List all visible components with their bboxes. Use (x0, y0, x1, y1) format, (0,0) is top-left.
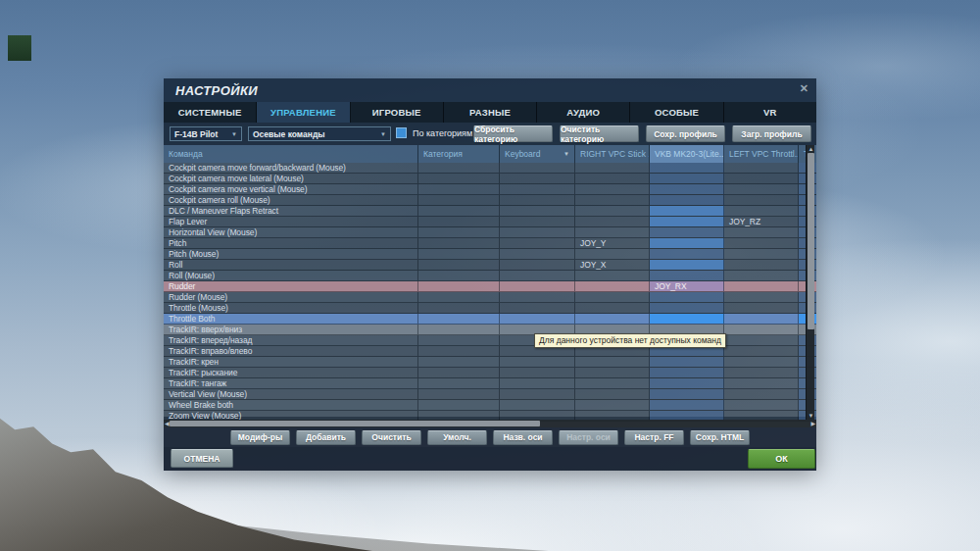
cell-right_vpc[interactable] (575, 163, 650, 173)
cell-category[interactable] (418, 163, 500, 173)
cell-category[interactable] (418, 260, 500, 270)
cell-left_vpc[interactable] (724, 206, 799, 216)
cell-category[interactable] (418, 314, 500, 324)
cell-vkb[interactable] (650, 378, 724, 388)
cell-keyboard[interactable] (500, 184, 575, 194)
table-row[interactable]: Flap LeverJOY_RZ (164, 217, 816, 227)
scroll-up-icon[interactable]: ▲ (807, 145, 815, 153)
table-row[interactable]: Throttle (Mouse) (164, 303, 816, 314)
cell-category[interactable] (418, 357, 500, 367)
tab-1-управление[interactable]: УПРАВЛЕНИЕ (257, 102, 350, 123)
cell-right_vpc[interactable] (575, 314, 650, 324)
tab-4-аудио[interactable]: АУДИО (537, 102, 630, 123)
table-row[interactable]: Rudder (Mouse) (164, 292, 816, 303)
cell-right_vpc[interactable] (575, 174, 650, 183)
cell-category[interactable] (418, 389, 500, 399)
cell-left_vpc[interactable] (724, 195, 799, 205)
cell-left_vpc[interactable] (724, 346, 799, 356)
cell-command[interactable]: TrackIR: крен (164, 357, 418, 367)
toolbar-button-0[interactable]: Сбросить категорию (473, 125, 553, 142)
action-button-7[interactable]: Сохр. HTML (690, 430, 750, 445)
cell-command[interactable]: Throttle Both (164, 314, 418, 324)
vertical-scrollbar[interactable]: ▲ ▼ (806, 145, 814, 420)
cell-command[interactable]: Rudder (Mouse) (164, 292, 418, 302)
cell-keyboard[interactable] (500, 163, 575, 173)
cell-right_vpc[interactable] (575, 389, 650, 399)
toolbar-button-1[interactable]: Очистить категорию (560, 125, 639, 142)
cell-category[interactable] (418, 303, 500, 313)
cell-vkb[interactable] (650, 217, 724, 226)
action-button-3[interactable]: Умолч. (427, 430, 487, 445)
table-row[interactable]: Vertical View (Mouse) (164, 389, 816, 400)
ok-button[interactable]: ОК (748, 449, 815, 469)
cell-vkb[interactable] (650, 292, 724, 302)
horizontal-scrollbar-thumb[interactable] (170, 421, 540, 426)
cell-right_vpc[interactable] (575, 271, 650, 280)
column-header-vkb[interactable]: VKB MK20-3(Lite...▼ (650, 145, 724, 163)
cell-category[interactable] (418, 174, 500, 183)
cell-left_vpc[interactable] (724, 238, 799, 248)
cell-vkb[interactable] (650, 368, 724, 377)
cell-keyboard[interactable] (500, 260, 575, 270)
table-row[interactable]: TrackIR: рыскание (164, 368, 816, 378)
cell-keyboard[interactable] (500, 227, 575, 237)
cell-right_vpc[interactable] (575, 400, 650, 410)
cell-category[interactable] (418, 346, 500, 356)
cell-command[interactable]: Cockpit camera move vertical (Mouse) (164, 184, 418, 194)
table-row[interactable]: RollJOY_X (164, 260, 816, 271)
cell-right_vpc[interactable] (575, 281, 650, 291)
cell-category[interactable] (418, 227, 500, 237)
aircraft-select[interactable]: F-14B Pilot ▼ (170, 126, 242, 141)
table-row[interactable]: PitchJOY_Y (164, 238, 816, 249)
column-header-right_vpc[interactable]: RIGHT VPC Stick ...▼ (575, 145, 650, 163)
cell-command[interactable]: Cockpit camera move lateral (Mouse) (164, 174, 418, 183)
cell-keyboard[interactable] (500, 238, 575, 248)
cell-left_vpc[interactable] (724, 292, 799, 302)
table-row[interactable]: Cockpit camera move lateral (Mouse) (164, 174, 816, 184)
tab-6-vr[interactable]: VR (724, 102, 816, 123)
cell-left_vpc[interactable] (724, 335, 799, 345)
cell-vkb[interactable] (650, 238, 724, 248)
toolbar-button-2[interactable]: Сохр. профиль (646, 125, 725, 142)
cell-command[interactable]: Rudder (164, 281, 418, 291)
tab-3-разные[interactable]: РАЗНЫЕ (444, 102, 537, 123)
cell-category[interactable] (418, 292, 500, 302)
cell-command[interactable]: Pitch (Mouse) (164, 249, 418, 259)
table-row[interactable]: Roll (Mouse) (164, 271, 816, 281)
vertical-scrollbar-thumb[interactable] (808, 153, 814, 329)
table-row[interactable]: Wheel Brake both (164, 400, 816, 411)
close-icon[interactable]: ✕ (800, 82, 808, 95)
cell-category[interactable] (418, 325, 500, 334)
cell-left_vpc[interactable] (724, 281, 799, 291)
cell-category[interactable] (418, 368, 500, 377)
cell-right_vpc[interactable] (575, 292, 650, 302)
action-button-2[interactable]: Очистить (362, 430, 421, 445)
cell-command[interactable]: Pitch (164, 238, 418, 248)
toolbar-button-3[interactable]: Загр. профиль (732, 125, 811, 142)
category-select[interactable]: Осевые команды ▼ (248, 126, 391, 141)
cell-keyboard[interactable] (500, 281, 575, 291)
cell-left_vpc[interactable] (724, 325, 799, 334)
horizontal-scrollbar[interactable]: ◀ ▶ (164, 420, 816, 427)
cell-left_vpc[interactable] (724, 357, 799, 367)
cell-right_vpc[interactable]: JOY_X (575, 260, 650, 270)
cell-keyboard[interactable] (500, 206, 575, 216)
cell-command[interactable]: TrackIR: вправо/влево (164, 346, 418, 356)
scroll-left-icon[interactable]: ◀ (165, 420, 170, 427)
cell-command[interactable]: Cockpit camera roll (Mouse) (164, 195, 418, 205)
cell-command[interactable]: TrackIR: вверх/вниз (164, 325, 418, 334)
column-header-keyboard[interactable]: Keyboard▼ (500, 145, 575, 163)
cell-vkb[interactable]: JOY_RX (650, 281, 724, 291)
cell-left_vpc[interactable] (724, 174, 799, 183)
cell-vkb[interactable] (650, 163, 724, 173)
cell-left_vpc[interactable] (724, 184, 799, 194)
cell-left_vpc[interactable]: JOY_RZ (724, 217, 799, 226)
cell-vkb[interactable] (650, 249, 724, 259)
action-button-0[interactable]: Модиф-ры (230, 430, 290, 445)
cell-vkb[interactable] (650, 174, 724, 183)
cell-left_vpc[interactable] (724, 303, 799, 313)
cell-command[interactable]: DLC / Maneuver Flaps Retract (164, 206, 418, 216)
cell-category[interactable] (418, 184, 500, 194)
cell-keyboard[interactable] (500, 400, 575, 410)
by-category-checkbox[interactable] (396, 127, 407, 138)
